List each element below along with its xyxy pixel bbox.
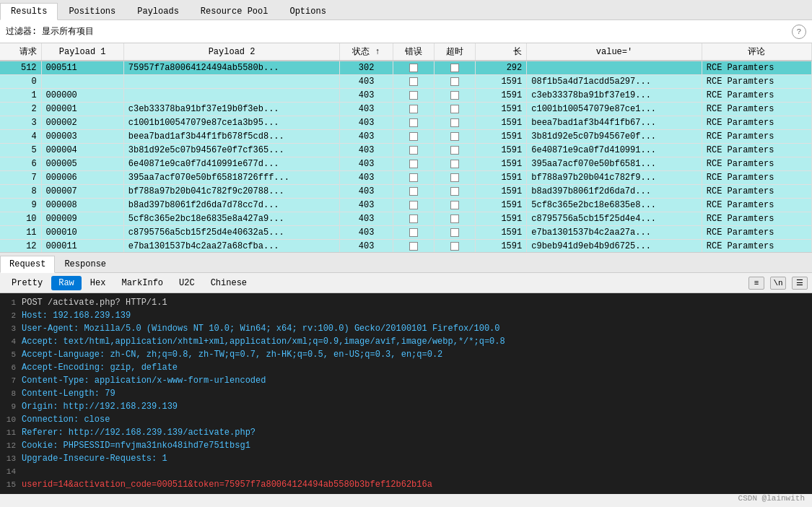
tab-options[interactable]: Options: [279, 2, 336, 20]
cell-timeout: [434, 61, 475, 75]
filter-input[interactable]: [98, 27, 787, 37]
col-header-p2[interactable]: Payload 2: [123, 43, 340, 61]
col-header-error[interactable]: 错误: [393, 43, 434, 61]
tab-response[interactable]: Response: [55, 255, 115, 272]
code-line: 14: [0, 465, 812, 478]
cell-status: 403: [340, 199, 393, 212]
timeout-checkbox[interactable]: [450, 132, 459, 141]
table-row[interactable]: 7 000006 395aa7acf070e50bf65818726fff...…: [0, 171, 812, 185]
timeout-checkbox[interactable]: [450, 228, 459, 237]
table-row[interactable]: 2 000001 c3eb33378ba91bf37e19b0f3eb... 4…: [0, 103, 812, 116]
cell-len: 1591: [475, 185, 526, 199]
cell-len: 1591: [475, 157, 526, 171]
word-wrap-icon[interactable]: ≡: [748, 277, 764, 290]
col-header-p1[interactable]: Payload 1: [41, 43, 123, 61]
error-checkbox[interactable]: [409, 146, 418, 155]
menu-icon[interactable]: ☰: [792, 277, 808, 290]
error-checkbox[interactable]: [409, 132, 418, 141]
newline-icon[interactable]: \n: [770, 277, 786, 290]
error-checkbox[interactable]: [409, 187, 418, 196]
error-checkbox[interactable]: [409, 228, 418, 237]
table-row[interactable]: 4 000003 beea7bad1af3b44f1fb678f5cd8... …: [0, 130, 812, 144]
cell-p1: 000002: [41, 116, 123, 130]
cell-timeout: [434, 240, 475, 254]
help-icon[interactable]: ?: [792, 25, 806, 39]
line-content: Accept-Language: zh-CN, zh;q=0.8, zh-TW;…: [22, 348, 812, 361]
cell-num: 0: [0, 75, 41, 89]
tab-positions[interactable]: Positions: [58, 2, 126, 20]
error-checkbox[interactable]: [409, 64, 418, 72]
tab-payloads[interactable]: Payloads: [126, 2, 190, 20]
subtab-chinese[interactable]: Chinese: [204, 276, 254, 290]
cell-error: [393, 130, 434, 144]
col-header-num[interactable]: 请求: [0, 43, 41, 61]
col-header-timeout[interactable]: 超时: [434, 43, 475, 61]
timeout-checkbox[interactable]: [450, 105, 459, 113]
timeout-checkbox[interactable]: [450, 64, 459, 72]
table-row[interactable]: 11 000010 c8795756a5cb15f25d4e40632a5...…: [0, 226, 812, 240]
table-row[interactable]: 512 000511 75957f7a80064124494ab5580b...…: [0, 61, 812, 75]
timeout-checkbox[interactable]: [450, 118, 459, 127]
subtab-hex[interactable]: Hex: [83, 276, 113, 290]
timeout-checkbox[interactable]: [450, 242, 459, 251]
timeout-checkbox[interactable]: [450, 173, 459, 182]
table-row[interactable]: 3 000002 c1001b100547079e87ce1a3b95... 4…: [0, 116, 812, 130]
error-checkbox[interactable]: [409, 105, 418, 113]
timeout-checkbox[interactable]: [450, 160, 459, 168]
subtab-pretty[interactable]: Pretty: [4, 276, 50, 290]
cell-p1: 000010: [41, 226, 123, 240]
timeout-checkbox[interactable]: [450, 187, 459, 196]
code-line: 12 Cookie: PHPSESSID=nfvjma31nko48ihd7e7…: [0, 439, 812, 452]
cell-error: [393, 89, 434, 103]
table-row[interactable]: 9 000008 b8ad397b8061f2d6da7d78cc7d... 4…: [0, 199, 812, 212]
cell-timeout: [434, 103, 475, 116]
table-row[interactable]: 6 000005 6e40871e9ca0f7d410991e677d... 4…: [0, 157, 812, 171]
line-content: Cookie: PHPSESSID=nfvjma31nko48ihd7e751t…: [22, 439, 812, 452]
timeout-checkbox[interactable]: [450, 201, 459, 209]
subtab-raw[interactable]: Raw: [51, 276, 82, 290]
cell-p2: [123, 75, 340, 89]
cell-len: 1591: [475, 199, 526, 212]
subtab-u2c[interactable]: U2C: [172, 276, 202, 290]
cell-len: 1591: [475, 226, 526, 240]
tab-resource-pool[interactable]: Resource Pool: [190, 2, 279, 20]
table-row[interactable]: 0 403 1591 08f1b5a4d71acdd5a297... RCE P…: [0, 75, 812, 89]
error-checkbox[interactable]: [409, 118, 418, 127]
line-content: POST /activate.php? HTTP/1.1: [22, 296, 812, 309]
col-header-value[interactable]: value=': [527, 43, 702, 61]
sub-tabs-left: Pretty Raw Hex MarkInfo U2C Chinese: [4, 276, 254, 290]
error-checkbox[interactable]: [409, 201, 418, 209]
error-checkbox[interactable]: [409, 214, 418, 223]
cell-p1: 000001: [41, 103, 123, 116]
cell-comment: RCE Paramters: [702, 75, 811, 89]
error-checkbox[interactable]: [409, 160, 418, 168]
col-header-len[interactable]: 长: [475, 43, 526, 61]
timeout-checkbox[interactable]: [450, 77, 459, 86]
timeout-checkbox[interactable]: [450, 146, 459, 155]
timeout-checkbox[interactable]: [450, 91, 459, 100]
subtab-markinfo[interactable]: MarkInfo: [114, 276, 170, 290]
error-checkbox[interactable]: [409, 173, 418, 182]
cell-p2: 6e40871e9ca0f7d410991e677d...: [123, 157, 340, 171]
line-number: 10: [0, 413, 22, 426]
cell-error: [393, 171, 434, 185]
code-line: 9 Origin: http://192.168.239.139: [0, 400, 812, 413]
error-checkbox[interactable]: [409, 91, 418, 100]
table-row[interactable]: 5 000004 3b81d92e5c07b94567e0f7cf365... …: [0, 144, 812, 157]
timeout-checkbox[interactable]: [450, 214, 459, 223]
line-number: 14: [0, 465, 22, 478]
table-row[interactable]: 12 000011 e7ba1301537b4c2aa27a68cfba... …: [0, 240, 812, 254]
col-header-comment[interactable]: 评论: [702, 43, 811, 61]
col-header-status[interactable]: 状态 ↑: [340, 43, 393, 61]
error-checkbox[interactable]: [409, 77, 418, 86]
cell-value: c8795756a5cb15f25d4e4...: [527, 212, 702, 226]
cell-comment: RCE Paramters: [702, 185, 811, 199]
tab-request[interactable]: Request: [0, 256, 55, 273]
tab-results[interactable]: Results: [0, 3, 58, 20]
cell-status: 403: [340, 130, 393, 144]
error-checkbox[interactable]: [409, 242, 418, 251]
table-row[interactable]: 10 000009 5cf8c365e2bc18e6835e8a427a9...…: [0, 212, 812, 226]
cell-comment: RCE Paramters: [702, 116, 811, 130]
table-row[interactable]: 1 000000 403 1591 c3eb33378ba91bf37e19..…: [0, 89, 812, 103]
table-row[interactable]: 8 000007 bf788a97b20b041c782f9c20788... …: [0, 185, 812, 199]
